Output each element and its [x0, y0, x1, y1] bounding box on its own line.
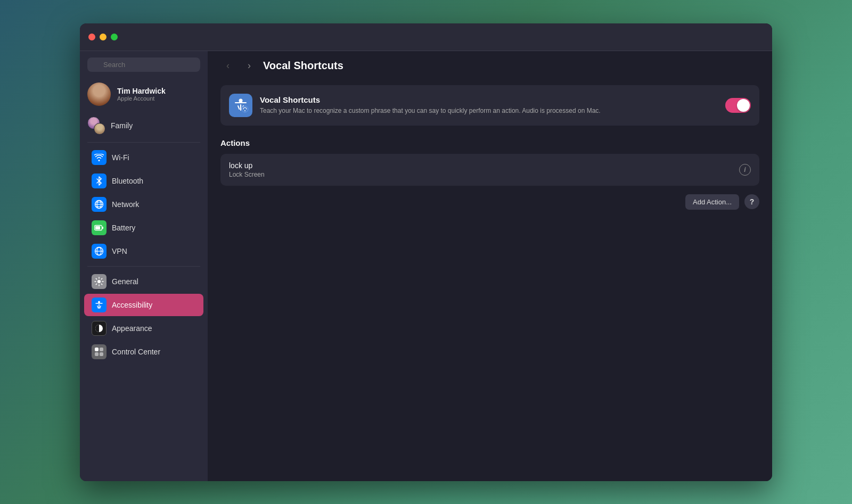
table-row: lock up Lock Screen i [220, 154, 759, 186]
svg-rect-17 [100, 352, 103, 356]
add-action-button[interactable]: Add Action... [685, 194, 739, 210]
content-area: ⌕ Tim Hardwick Apple Account [80, 51, 772, 481]
battery-label: Battery [112, 224, 135, 232]
main-panel: ‹ › Vocal Shortcuts [208, 51, 772, 481]
main-content: Vocal Shortcuts Teach your Mac to recogn… [208, 81, 772, 481]
feature-description: Teach your Mac to recognize a custom phr… [260, 106, 718, 115]
svg-rect-6 [95, 226, 100, 229]
sidebar-item-general[interactable]: General [84, 270, 203, 293]
close-button[interactable] [88, 34, 95, 40]
sidebar-item-wifi[interactable]: Wi-Fi [84, 146, 203, 169]
user-subtitle: Apple Account [117, 95, 166, 102]
divider-2 [87, 266, 200, 267]
action-subtitle: Lock Screen [229, 171, 733, 178]
search-container: ⌕ [80, 51, 208, 78]
control-center-label: Control Center [112, 348, 160, 356]
action-text: lock up Lock Screen [229, 161, 733, 178]
general-label: General [112, 277, 138, 286]
sidebar-item-accessibility[interactable]: Accessibility [84, 294, 203, 316]
wifi-label: Wi-Fi [112, 153, 129, 162]
family-avatar-2 [94, 123, 105, 135]
svg-point-20 [244, 110, 245, 111]
search-input[interactable] [87, 57, 200, 72]
actions-section-title: Actions [220, 138, 759, 147]
user-profile[interactable]: Tim Hardwick Apple Account [80, 78, 208, 112]
sidebar: ⌕ Tim Hardwick Apple Account [80, 51, 208, 481]
control-center-icon [92, 344, 106, 359]
traffic-lights [88, 34, 118, 40]
wifi-icon [92, 150, 106, 165]
user-info: Tim Hardwick Apple Account [117, 87, 166, 102]
sidebar-item-control-center[interactable]: Control Center [84, 341, 203, 363]
accessibility-label: Accessibility [112, 301, 152, 309]
action-name: lock up [229, 161, 733, 170]
toggle-thumb [737, 99, 750, 112]
panel-title: Vocal Shortcuts [263, 60, 343, 72]
vocal-shortcuts-card: Vocal Shortcuts Teach your Mac to recogn… [220, 85, 759, 126]
network-label: Network [112, 200, 139, 209]
general-icon [92, 274, 106, 289]
svg-rect-16 [95, 352, 99, 356]
sidebar-item-vpn[interactable]: VPN [84, 240, 203, 262]
sidebar-item-battery[interactable]: Battery [84, 217, 203, 239]
svg-rect-14 [95, 348, 99, 351]
minimize-button[interactable] [100, 34, 106, 40]
vpn-label: VPN [112, 247, 127, 255]
bluetooth-label: Bluetooth [112, 177, 143, 185]
sidebar-item-bluetooth[interactable]: Bluetooth [84, 170, 203, 192]
appearance-icon [92, 321, 106, 336]
svg-point-19 [242, 106, 248, 112]
divider-1 [87, 142, 200, 143]
help-button[interactable]: ? [744, 194, 759, 209]
svg-point-12 [98, 301, 100, 303]
appearance-label: Appearance [112, 324, 152, 333]
battery-icon [92, 220, 106, 235]
vpn-icon [92, 244, 106, 259]
accessibility-icon [92, 298, 106, 312]
actions-list: lock up Lock Screen i [220, 154, 759, 186]
svg-point-18 [239, 98, 243, 102]
sidebar-item-appearance[interactable]: Appearance [84, 317, 203, 340]
network-icon [92, 197, 106, 212]
sidebar-item-network[interactable]: Network [84, 193, 203, 216]
titlebar [80, 23, 772, 51]
sidebar-item-family[interactable]: Family [80, 112, 208, 139]
user-name: Tim Hardwick [117, 87, 166, 95]
search-wrapper: ⌕ [87, 57, 200, 72]
action-info-button[interactable]: i [739, 164, 751, 176]
bluetooth-icon [92, 173, 106, 188]
app-window: ⌕ Tim Hardwick Apple Account [80, 23, 772, 481]
avatar [87, 82, 111, 106]
svg-rect-15 [100, 348, 103, 351]
back-button[interactable]: ‹ [220, 59, 235, 73]
family-label: Family [111, 121, 133, 130]
svg-rect-7 [102, 227, 104, 229]
svg-point-11 [97, 280, 101, 283]
vocal-shortcuts-toggle[interactable] [725, 98, 751, 113]
feature-text: Vocal Shortcuts Teach your Mac to recogn… [260, 95, 718, 115]
maximize-button[interactable] [111, 34, 118, 40]
feature-title: Vocal Shortcuts [260, 95, 718, 104]
bottom-actions: Add Action... ? [220, 194, 759, 210]
forward-button[interactable]: › [242, 59, 257, 73]
family-avatars-icon [87, 117, 105, 135]
main-header: ‹ › Vocal Shortcuts [208, 51, 772, 81]
vocal-shortcuts-icon [229, 94, 252, 117]
